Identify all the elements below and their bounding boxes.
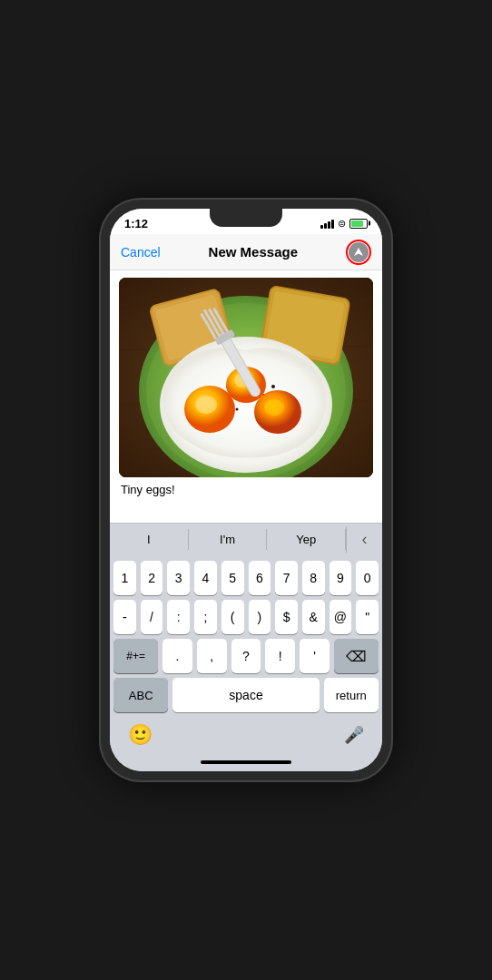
key-space[interactable]: space [172,678,319,712]
key-backspace-icon[interactable]: ⌫ [334,639,379,673]
key-return[interactable]: return [324,678,379,712]
key-oparen[interactable]: ( [221,600,244,634]
predictive-item-2[interactable]: I'm [189,529,268,550]
key-4[interactable]: 4 [194,561,217,595]
nav-bar: Cancel New Message [110,234,382,270]
keyboard-row-4: ABC space return [113,678,379,712]
key-2[interactable]: 2 [141,561,163,595]
key-7[interactable]: 7 [275,561,298,595]
key-ampersand[interactable]: & [302,600,325,634]
send-button-inner [349,242,369,262]
key-6[interactable]: 6 [249,561,271,595]
key-0[interactable]: 0 [356,561,379,595]
home-indicator [110,753,382,771]
key-dollar[interactable]: $ [275,600,298,634]
message-area: Tiny eggs! [110,270,382,523]
phone-frame: 1:12 ⊜ Cancel New Message [101,200,391,780]
status-time: 1:12 [124,217,148,230]
message-caption[interactable]: Tiny eggs! [119,477,373,496]
nav-title: New Message [209,244,298,260]
predictive-backspace[interactable]: ‹ [346,526,382,553]
key-comma[interactable]: , [197,639,227,673]
key-semicolon[interactable]: ; [194,600,217,634]
notch [210,209,282,227]
svg-point-29 [195,396,217,414]
bottom-bar: 🙂 🎤 [110,720,382,753]
mic-icon[interactable]: 🎤 [344,725,364,745]
home-line [201,760,291,764]
wifi-icon: ⊜ [338,218,346,230]
message-content: Tiny eggs! [110,270,382,523]
signal-icon [320,218,334,229]
photo-container [119,278,373,477]
svg-point-23 [236,408,239,411]
keyboard: 1 2 3 4 5 6 7 8 9 0 - / : ; ( ) $ & [110,555,382,720]
status-icons: ⊜ [320,218,368,230]
predictive-item-3[interactable]: Yep [267,529,346,550]
predictive-bar: I I'm Yep ‹ [110,523,382,555]
key-hashplus[interactable]: #+= [113,639,158,673]
predictive-item-1[interactable]: I [110,529,189,550]
key-question[interactable]: ? [231,639,261,673]
key-at[interactable]: @ [330,600,352,634]
keyboard-row-1: 1 2 3 4 5 6 7 8 9 0 [113,561,379,595]
key-apostrophe[interactable]: ' [300,639,330,673]
battery-icon [349,219,368,229]
emoji-icon[interactable]: 🙂 [128,723,153,747]
key-period[interactable]: . [162,639,192,673]
phone-screen: 1:12 ⊜ Cancel New Message [110,209,382,771]
key-5[interactable]: 5 [221,561,244,595]
send-button-highlight[interactable] [346,240,371,265]
send-arrow-icon [353,247,364,258]
key-abc[interactable]: ABC [113,678,168,712]
food-photo [119,278,373,477]
svg-point-31 [264,399,284,416]
key-quote[interactable]: " [356,600,379,634]
key-colon[interactable]: : [167,600,190,634]
key-1[interactable]: 1 [113,561,136,595]
key-cparen[interactable]: ) [249,600,271,634]
key-slash[interactable]: / [141,600,163,634]
key-9[interactable]: 9 [330,561,352,595]
keyboard-row-3: #+= . , ? ! ' ⌫ [113,639,379,673]
cancel-button[interactable]: Cancel [121,245,161,260]
svg-marker-0 [354,248,363,256]
keyboard-row-2: - / : ; ( ) $ & @ " [113,600,379,634]
key-dash[interactable]: - [113,600,136,634]
key-3[interactable]: 3 [167,561,190,595]
svg-point-26 [271,385,275,388]
key-8[interactable]: 8 [302,561,325,595]
key-exclaim[interactable]: ! [265,639,295,673]
battery-fill [351,220,363,227]
